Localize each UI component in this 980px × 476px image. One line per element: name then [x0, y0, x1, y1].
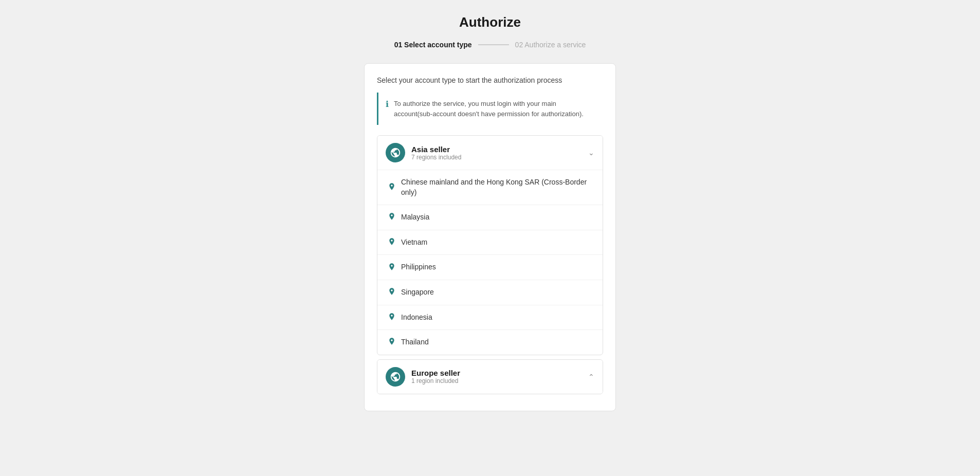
- seller-header-left-europe: Europe seller 1 region included: [386, 367, 460, 387]
- globe-icon-europe: [390, 371, 401, 382]
- globe-icon-asia: [390, 147, 401, 158]
- seller-header-europe[interactable]: Europe seller 1 region included ⌃: [377, 360, 603, 394]
- region-item[interactable]: Vietnam: [377, 230, 603, 255]
- location-pin-icon: [388, 287, 396, 297]
- chevron-down-icon-europe: ⌃: [588, 373, 594, 381]
- page-wrapper: Authorize 01 Select account type 02 Auth…: [0, 0, 980, 411]
- region-name: Indonesia: [401, 313, 432, 323]
- seller-section-europe: Europe seller 1 region included ⌃: [377, 359, 603, 394]
- seller-header-asia[interactable]: Asia seller 7 regions included ⌄: [377, 136, 603, 170]
- region-list-asia: Chinese mainland and the Hong Kong SAR (…: [377, 170, 603, 355]
- chevron-up-icon-asia: ⌄: [588, 149, 594, 157]
- step-1: 01 Select account type: [394, 41, 472, 49]
- location-pin-icon: [388, 263, 396, 272]
- seller-regions-asia: 7 regions included: [411, 154, 461, 161]
- card-subtitle: Select your account type to start the au…: [377, 76, 603, 84]
- main-card: Select your account type to start the au…: [364, 63, 616, 411]
- seller-header-left-asia: Asia seller 7 regions included: [386, 143, 461, 162]
- step-2: 02 Authorize a service: [515, 41, 586, 49]
- location-pin-icon: [388, 313, 396, 322]
- location-pin-icon: [388, 337, 396, 347]
- info-banner: ℹ To authorize the service, you must log…: [377, 93, 603, 125]
- location-pin-icon: [388, 212, 396, 222]
- step-divider: [478, 44, 509, 45]
- region-item[interactable]: Thailand: [377, 329, 603, 355]
- seller-regions-europe: 1 region included: [411, 377, 460, 385]
- region-name: Chinese mainland and the Hong Kong SAR (…: [401, 177, 592, 197]
- location-pin-icon: [388, 182, 396, 192]
- info-text: To authorize the service, you must login…: [394, 99, 596, 119]
- region-item[interactable]: Chinese mainland and the Hong Kong SAR (…: [377, 170, 603, 205]
- region-name: Thailand: [401, 337, 429, 347]
- info-icon: ℹ: [386, 99, 389, 109]
- region-name: Singapore: [401, 287, 434, 298]
- region-item[interactable]: Singapore: [377, 280, 603, 305]
- seller-name-europe: Europe seller: [411, 369, 460, 377]
- seller-info-asia: Asia seller 7 regions included: [411, 145, 461, 161]
- region-item[interactable]: Indonesia: [377, 305, 603, 330]
- seller-name-asia: Asia seller: [411, 145, 461, 154]
- stepper: 01 Select account type 02 Authorize a se…: [394, 41, 586, 49]
- seller-section-asia: Asia seller 7 regions included ⌄ Chinese…: [377, 135, 603, 355]
- seller-info-europe: Europe seller 1 region included: [411, 369, 460, 385]
- region-item[interactable]: Malaysia: [377, 205, 603, 230]
- seller-avatar-asia: [386, 143, 405, 162]
- seller-avatar-europe: [386, 367, 405, 387]
- region-name: Malaysia: [401, 212, 429, 223]
- region-name: Vietnam: [401, 237, 427, 248]
- page-title: Authorize: [459, 14, 521, 30]
- region-item[interactable]: Philippines: [377, 254, 603, 280]
- location-pin-icon: [388, 237, 396, 247]
- region-name: Philippines: [401, 262, 436, 272]
